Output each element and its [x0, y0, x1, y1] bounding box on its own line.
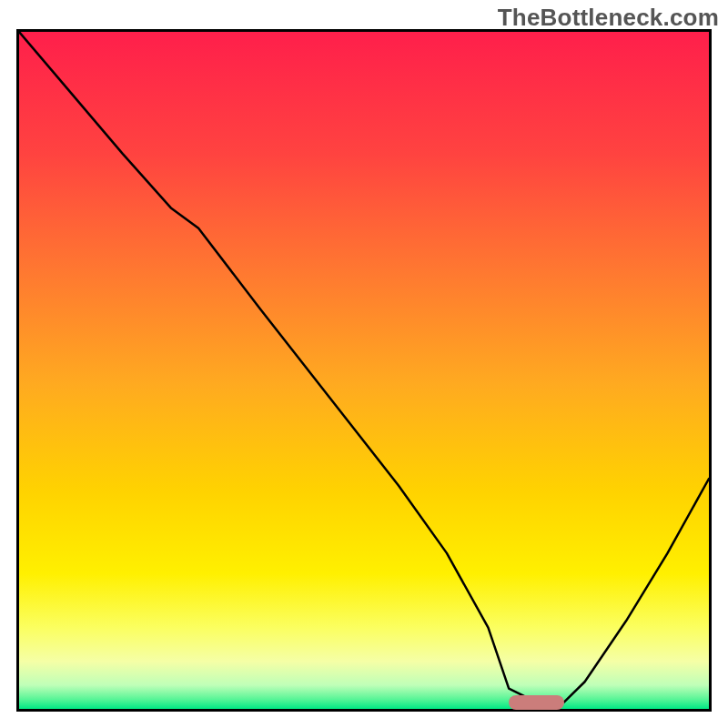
- curve-line: [19, 32, 709, 709]
- watermark-text: TheBottleneck.com: [498, 4, 719, 32]
- chart-container: TheBottleneck.com: [0, 0, 728, 728]
- optimal-range-marker: [509, 695, 564, 710]
- plot-area: [16, 29, 712, 712]
